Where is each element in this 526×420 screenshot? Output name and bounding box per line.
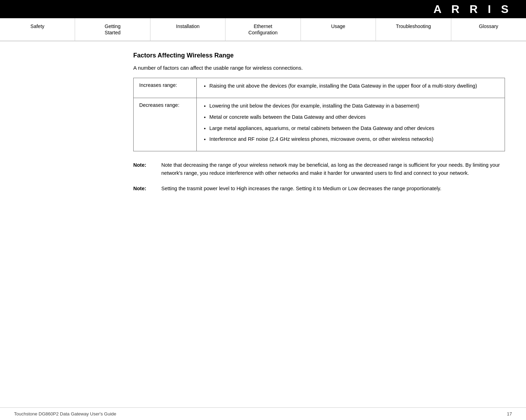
table-content-cell: Lowering the unit below the devices (for… [197,98,505,151]
navigation-bar: SafetyGetting StartedInstallationEtherne… [0,18,526,41]
intro-text: A number of factors can affect the usabl… [133,65,505,71]
arris-logo: A R R I S [433,3,512,16]
list-item: Metal or concrete walls between the Data… [209,113,499,121]
list-item: Raising the unit above the devices (for … [209,82,499,90]
note-text: Setting the trasmit power level to High … [161,185,505,193]
range-table: Increases range:Raising the unit above t… [133,78,505,151]
notes-section: Note:Note that decreasing the range of y… [133,161,505,193]
table-content-cell: Raising the unit above the devices (for … [197,78,505,98]
logo-bar: A R R I S [0,0,526,18]
main-content: Factors Affecting Wireless Range A numbe… [0,41,526,213]
nav-item-ethernet-config[interactable]: Ethernet Configuration [225,18,301,41]
note-label: Note: [133,161,161,177]
note-label: Note: [133,185,161,193]
nav-item-glossary[interactable]: Glossary [451,18,526,41]
nav-item-usage[interactable]: Usage [301,18,376,41]
table-label-cell: Decreases range: [134,98,197,151]
note-text: Note that decreasing the range of your w… [161,161,505,177]
footer-left: Touchstone DG860P2 Data Gateway User's G… [14,411,116,416]
nav-item-safety[interactable]: Safety [0,18,75,41]
list-item: Interference and RF noise (2.4 GHz wirel… [209,136,499,143]
nav-item-installation[interactable]: Installation [150,18,225,41]
footer: Touchstone DG860P2 Data Gateway User's G… [0,407,526,420]
note-row: Note:Note that decreasing the range of y… [133,161,505,177]
footer-right: 17 [507,411,512,416]
page-title: Factors Affecting Wireless Range [133,52,505,59]
table-label-cell: Increases range: [134,78,197,98]
nav-item-getting-started[interactable]: Getting Started [75,18,150,41]
nav-item-troubleshooting[interactable]: Troubleshooting [376,18,451,41]
list-item: Lowering the unit below the devices (for… [209,102,499,110]
list-item: Large metal appliances, aquariums, or me… [209,125,499,132]
note-row: Note:Setting the trasmit power level to … [133,185,505,193]
